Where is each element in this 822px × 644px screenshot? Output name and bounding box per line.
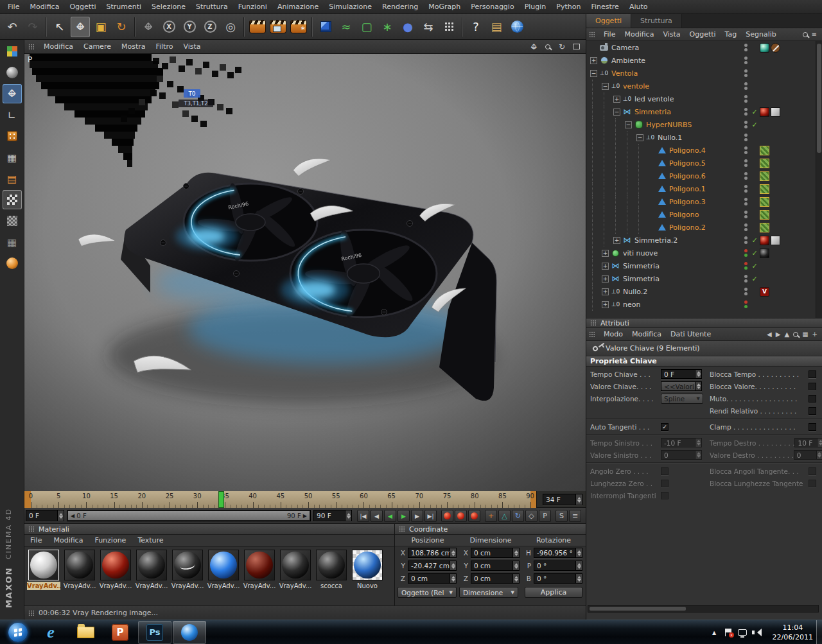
camera-tag-icon[interactable] bbox=[760, 43, 769, 53]
material-vrayadv[interactable]: VrayAdv... bbox=[277, 550, 313, 590]
materials-menu-funzione[interactable]: Funzione bbox=[89, 535, 132, 546]
visibility-dots[interactable] bbox=[742, 172, 749, 180]
filter-icon[interactable]: ≡ bbox=[812, 31, 817, 38]
lock-z-axis-button[interactable]: Z bbox=[200, 17, 220, 37]
viewport-3d[interactable]: Rochi96Rochi96 T0 T3,T1,T2 P bbox=[24, 54, 586, 491]
grip-icon[interactable] bbox=[590, 320, 597, 326]
menubar-item-finestre[interactable]: Finestre bbox=[586, 0, 624, 13]
edges-mode-button[interactable]: ▤ bbox=[3, 169, 22, 188]
visibility-dots[interactable] bbox=[742, 262, 749, 270]
record-parameter-button[interactable]: ◇ bbox=[525, 510, 538, 522]
value-field[interactable]: 10 F bbox=[794, 438, 822, 448]
material-tag-red[interactable] bbox=[760, 107, 769, 117]
expander-minus-icon[interactable]: − bbox=[602, 83, 609, 90]
forward-icon[interactable]: ▶ bbox=[776, 331, 781, 338]
workplane-mode-button[interactable]: ∟ bbox=[3, 105, 22, 125]
viewport-menu-filtro[interactable]: Filtro bbox=[150, 40, 178, 53]
dropdown-select[interactable]: Spline▼ bbox=[661, 394, 703, 404]
menubar-item-animazione[interactable]: Animazione bbox=[272, 0, 324, 13]
material-thumbnail[interactable] bbox=[352, 550, 383, 580]
position-x-field[interactable]: 108.786 cm bbox=[408, 548, 457, 558]
powerpoint-taskbar-button[interactable]: P bbox=[103, 621, 137, 644]
cinema4d-taskbar-button[interactable] bbox=[173, 621, 206, 644]
object-menu-segnalib[interactable]: Segnalib bbox=[741, 28, 781, 40]
texture-axis-mode-button[interactable] bbox=[3, 211, 22, 231]
menubar-item-plugin[interactable]: Plugin bbox=[520, 0, 552, 13]
viewport-pan-icon[interactable]: ↔↕ bbox=[528, 42, 539, 52]
grip-icon[interactable] bbox=[399, 526, 405, 532]
tree-item-camera[interactable]: Camera bbox=[586, 41, 816, 54]
action-center-tray-icon[interactable]: x bbox=[722, 620, 735, 644]
menubar-item-mograph[interactable]: MoGraph bbox=[423, 0, 466, 13]
current-frame-spinner[interactable] bbox=[575, 494, 582, 505]
coordinate-mode-select[interactable]: Oggetto (Rel▼ bbox=[398, 587, 457, 598]
enabled-check-icon[interactable]: ✓ bbox=[749, 121, 760, 129]
up-icon[interactable]: ▲ bbox=[784, 331, 789, 338]
field-spinner[interactable] bbox=[575, 574, 582, 583]
tree-item-simmetria[interactable]: +⋈Simmetria✓ bbox=[586, 272, 816, 285]
range-start-field[interactable]: 0 F bbox=[26, 510, 64, 521]
network-tray-icon[interactable] bbox=[736, 620, 749, 644]
size-mode-select[interactable]: Dimensione▼ bbox=[459, 587, 518, 598]
tree-item-viti-nuove[interactable]: +viti nuove✓ bbox=[586, 247, 816, 259]
texture-tag-icon[interactable] bbox=[760, 171, 769, 181]
value-field[interactable]: 0 F bbox=[661, 369, 702, 379]
enabled-check-icon[interactable]: ✓ bbox=[749, 108, 760, 116]
visibility-dots[interactable] bbox=[742, 44, 749, 51]
expander-plus-icon[interactable]: + bbox=[602, 250, 609, 257]
material-vrayadv[interactable]: VrayAdv... bbox=[134, 550, 170, 590]
visibility-dots[interactable] bbox=[742, 275, 749, 283]
render-settings-button[interactable] bbox=[289, 17, 308, 37]
play-forwards-button[interactable]: ▶ bbox=[398, 510, 410, 522]
visibility-dots[interactable] bbox=[742, 288, 749, 295]
material-thumbnail[interactable] bbox=[280, 550, 311, 580]
viewport-menu-modifica[interactable]: Modifica bbox=[39, 40, 78, 53]
field-spinner[interactable] bbox=[695, 439, 701, 447]
field-spinner[interactable] bbox=[450, 574, 456, 583]
current-frame-marker[interactable] bbox=[218, 491, 224, 508]
expander-plus-icon[interactable]: + bbox=[613, 96, 620, 103]
next-frame-button[interactable]: ▶ bbox=[411, 510, 423, 522]
search-icon[interactable] bbox=[803, 32, 808, 37]
grip-icon[interactable] bbox=[28, 610, 35, 616]
tab-struttura[interactable]: Struttura bbox=[631, 14, 682, 28]
field-spinner[interactable] bbox=[450, 548, 456, 557]
lock-x-axis-button[interactable]: X bbox=[159, 17, 179, 37]
material-vrayadv[interactable]: VrayAdv... bbox=[241, 550, 277, 590]
materials-menu-texture[interactable]: Texture bbox=[132, 535, 169, 546]
range-slider-handle[interactable]: ◀ 0 F 90 F ▶ bbox=[68, 511, 310, 520]
material-thumbnail[interactable] bbox=[100, 550, 131, 580]
tree-item-poligono-2[interactable]: Poligono.2 bbox=[586, 221, 816, 234]
model-mode-button[interactable]: ↔↕ bbox=[3, 84, 22, 103]
render-preview-button[interactable] bbox=[3, 63, 22, 82]
enabled-check-icon[interactable]: ✓ bbox=[749, 236, 760, 245]
apply-button[interactable]: Applica bbox=[525, 587, 582, 598]
grip-icon[interactable] bbox=[589, 31, 595, 38]
add-deformer-button[interactable]: ● bbox=[398, 17, 417, 37]
record-rotation-button[interactable]: ↻ bbox=[512, 510, 524, 522]
checkbox[interactable] bbox=[661, 467, 669, 475]
lock-y-axis-button[interactable]: Y bbox=[180, 17, 199, 37]
checkbox[interactable] bbox=[809, 467, 816, 475]
show-desktop-button[interactable] bbox=[816, 620, 822, 644]
texture-tag-icon[interactable] bbox=[760, 223, 769, 232]
menubar-item-simulazione[interactable]: Simulazione bbox=[324, 0, 377, 13]
object-axis-mode-button[interactable] bbox=[3, 126, 22, 146]
menubar-item-selezione[interactable]: Selezione bbox=[146, 0, 191, 13]
photoshop-taskbar-button[interactable]: Ps bbox=[138, 621, 171, 644]
texture-tag-icon[interactable] bbox=[760, 184, 769, 194]
range-start-spinner[interactable] bbox=[57, 510, 64, 521]
rotate-tool-button[interactable]: ↻ bbox=[112, 17, 131, 37]
texture-tag-icon[interactable] bbox=[760, 159, 769, 168]
previous-frame-button[interactable]: ◀ bbox=[371, 510, 383, 522]
material-vrayadv[interactable]: VrayAdv... bbox=[170, 550, 206, 590]
attributes-menu-modo[interactable]: Modo bbox=[599, 328, 627, 340]
goto-start-button[interactable]: |◀ bbox=[357, 510, 369, 522]
expander-minus-icon[interactable]: − bbox=[613, 109, 620, 116]
visibility-dots[interactable] bbox=[742, 249, 749, 257]
texture-mode-button[interactable] bbox=[3, 190, 22, 209]
expander-plus-icon[interactable]: + bbox=[602, 288, 609, 295]
tree-item-poligono-3[interactable]: Poligono.3 bbox=[586, 195, 816, 208]
tree-item-led-ventole[interactable]: +⊥0led ventole bbox=[586, 92, 816, 105]
menubar-item-strumenti[interactable]: Strumenti bbox=[101, 0, 146, 13]
